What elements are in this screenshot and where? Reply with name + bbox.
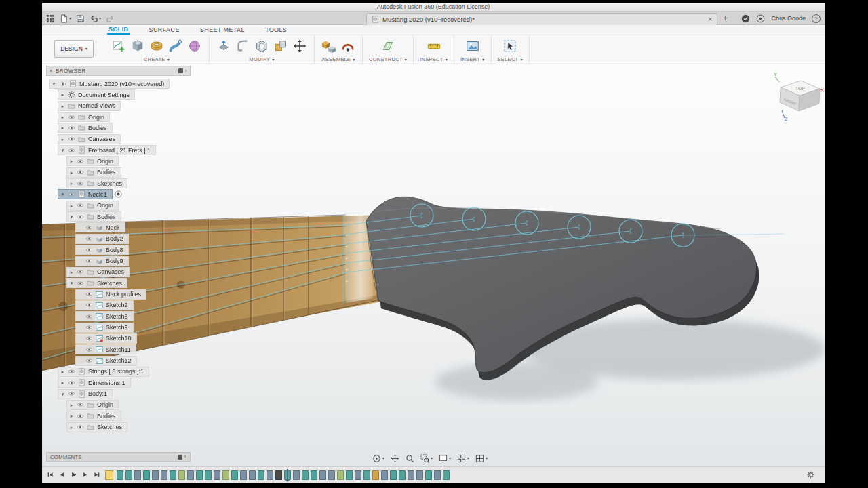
browser-item[interactable]: Sketch11: [75, 344, 170, 354]
browser-item[interactable]: ▾Neck:1: [58, 189, 170, 199]
visibility-icon[interactable]: [77, 402, 84, 407]
expand-icon[interactable]: ▾: [69, 214, 74, 219]
browser-item[interactable]: ▸Origin: [66, 156, 170, 166]
step-back-icon[interactable]: [58, 470, 66, 479]
grid-settings-icon[interactable]: ▾: [457, 454, 469, 463]
viewport[interactable]: « BROWSER › ▾Mustang 2020 (v10~recovered…: [42, 64, 825, 466]
timeline-feature-sk[interactable]: [231, 470, 238, 480]
browser-item[interactable]: Body8: [75, 245, 170, 255]
timeline-feature-ft[interactable]: [408, 470, 414, 480]
ribbon-tab-sheet-metal[interactable]: SHEET METAL: [199, 26, 246, 35]
panel-expand-icon[interactable]: ›: [185, 68, 187, 74]
pan-icon[interactable]: [391, 454, 399, 463]
ribbon-group-label[interactable]: INSERT▾: [460, 56, 484, 62]
expand-icon[interactable]: ▾: [60, 192, 65, 197]
undo-icon[interactable]: ▾: [90, 14, 101, 23]
browser-item[interactable]: ▸Canvases: [66, 267, 170, 277]
press-pull-icon[interactable]: [216, 38, 232, 54]
comments-bar[interactable]: COMMENTS ›: [46, 452, 191, 462]
timeline-feature-ft[interactable]: [381, 470, 388, 480]
timeline-feature-sk[interactable]: [125, 470, 132, 480]
form-sphere-icon[interactable]: [186, 38, 203, 54]
expand-icon[interactable]: ▸: [60, 104, 65, 108]
browser-item[interactable]: ▸Origin: [66, 400, 170, 410]
expand-icon[interactable]: ▸: [60, 369, 65, 374]
timeline-feature-ft[interactable]: [319, 470, 326, 480]
browser-item[interactable]: ▾Body:1: [58, 389, 170, 399]
notifications-icon[interactable]: [756, 14, 765, 23]
ribbon-group-label[interactable]: ASSEMBLE▾: [321, 56, 355, 62]
timeline-feature-dk[interactable]: [275, 470, 282, 480]
expand-icon[interactable]: ▸: [60, 125, 65, 130]
combine-icon[interactable]: [273, 38, 289, 54]
timeline-feature-ft[interactable]: [355, 470, 361, 480]
expand-icon[interactable]: ▸: [60, 380, 65, 385]
visibility-icon[interactable]: [68, 136, 75, 142]
timeline-feature-sk[interactable]: [258, 470, 264, 480]
visibility-icon[interactable]: [68, 115, 75, 120]
select-cursor-icon[interactable]: [502, 38, 518, 54]
visibility-icon[interactable]: [68, 380, 75, 386]
timeline-feature-sk[interactable]: [196, 470, 203, 480]
timeline-feature-sk[interactable]: [390, 470, 397, 480]
browser-item[interactable]: Neck: [75, 222, 170, 232]
browser-item[interactable]: ▸Named Views: [58, 101, 170, 111]
expand-icon[interactable]: ▸: [69, 413, 74, 418]
visibility-icon[interactable]: [85, 336, 93, 341]
visibility-icon[interactable]: [68, 391, 75, 396]
visibility-icon[interactable]: [85, 347, 93, 352]
timeline-feature-ft[interactable]: [152, 470, 159, 480]
timeline-feature-sk[interactable]: [425, 470, 432, 480]
browser-item[interactable]: ▸Origin: [66, 201, 170, 211]
browser-item[interactable]: Body9: [75, 256, 170, 266]
browser-item[interactable]: Sketch9: [75, 323, 170, 333]
visibility-icon[interactable]: [77, 181, 84, 186]
display-settings-icon[interactable]: ▾: [439, 454, 451, 463]
timeline-feature-sk[interactable]: [399, 470, 406, 480]
expand-icon[interactable]: ▾: [60, 148, 65, 152]
visibility-icon[interactable]: [85, 225, 93, 230]
play-icon[interactable]: [69, 470, 78, 479]
timeline-feature-sk[interactable]: [117, 470, 123, 480]
sweep-pipe-icon[interactable]: [167, 38, 184, 54]
browser-item[interactable]: Body2: [75, 234, 170, 244]
go-to-end-icon[interactable]: [92, 470, 101, 479]
timeline-feature-ft[interactable]: [416, 470, 423, 480]
timeline-feature-ft[interactable]: [434, 470, 441, 480]
expand-icon[interactable]: ▸: [69, 170, 74, 175]
timeline-feature-sk[interactable]: [205, 470, 212, 480]
browser-item[interactable]: ▸Document Settings: [58, 89, 170, 100]
ribbon-tab-solid[interactable]: SOLID: [107, 26, 130, 35]
browser-panel-header[interactable]: « BROWSER ›: [46, 66, 191, 76]
step-forward-icon[interactable]: [81, 470, 90, 479]
ribbon-group-label[interactable]: CREATE▾: [144, 56, 170, 62]
expand-icon[interactable]: ▸: [69, 403, 74, 407]
ribbon-group-label[interactable]: SELECT▾: [498, 56, 523, 62]
browser-item[interactable]: Sketch10: [75, 333, 170, 344]
visibility-icon[interactable]: [77, 203, 84, 208]
go-to-start-icon[interactable]: [46, 470, 55, 479]
timeline-feature-sk[interactable]: [302, 470, 309, 480]
timeline-feature-sk[interactable]: [346, 470, 353, 480]
timeline-feature-cn[interactable]: [178, 470, 185, 480]
visibility-icon[interactable]: [85, 291, 93, 297]
timeline-feature-sk[interactable]: [143, 470, 150, 480]
visibility-icon[interactable]: [68, 125, 75, 131]
timeline-feature-ft[interactable]: [214, 470, 220, 480]
visibility-icon[interactable]: [59, 81, 66, 87]
expand-icon[interactable]: ▸: [69, 159, 74, 163]
timeline-feature-ft[interactable]: [161, 470, 167, 480]
shell-box-icon[interactable]: [254, 38, 270, 54]
visibility-icon[interactable]: [85, 325, 93, 330]
timeline-feature-ft[interactable]: [293, 470, 300, 480]
visibility-icon[interactable]: [85, 247, 93, 253]
comments-expand-icon[interactable]: ›: [184, 454, 186, 460]
sketch-create-icon[interactable]: [111, 38, 127, 54]
visibility-icon[interactable]: [68, 148, 75, 153]
ribbon-group-label[interactable]: INSPECT▾: [420, 56, 448, 62]
user-name[interactable]: Chris Goode: [771, 15, 806, 22]
visibility-icon[interactable]: [68, 192, 75, 197]
timeline-feature-sk[interactable]: [443, 470, 450, 480]
browser-item[interactable]: ▸Bodies: [66, 411, 170, 421]
timeline-settings-icon[interactable]: [806, 470, 815, 479]
